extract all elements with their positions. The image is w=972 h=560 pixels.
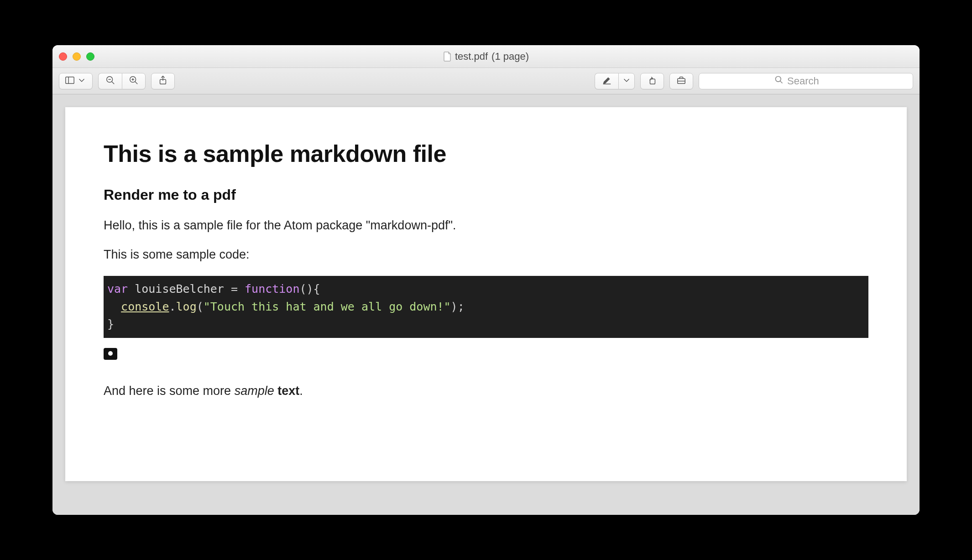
code-token: console xyxy=(121,300,169,313)
code-token xyxy=(107,300,121,313)
share-button[interactable] xyxy=(151,73,175,89)
svg-rect-0 xyxy=(66,77,74,83)
svg-line-3 xyxy=(111,81,114,84)
zoom-out-button[interactable] xyxy=(98,73,122,89)
italic-text: sample xyxy=(235,384,274,398)
code-token: log xyxy=(176,300,197,313)
code-token: ); xyxy=(451,300,465,313)
search-icon xyxy=(774,75,784,87)
zoom-button[interactable] xyxy=(86,52,94,61)
sidebar-toggle-icon xyxy=(65,75,75,87)
doc-heading-2: Render me to a pdf xyxy=(104,187,868,203)
chevron-down-icon xyxy=(77,75,87,87)
markup-toolbox-button[interactable] xyxy=(669,73,693,89)
markup-group xyxy=(595,73,635,89)
pdf-page: This is a sample markdown file Render me… xyxy=(65,107,907,481)
markup-pen-icon xyxy=(602,75,612,87)
code-block: var louiseBelcher = function(){ console.… xyxy=(104,276,868,338)
zoom-out-icon xyxy=(105,75,115,87)
rotate-button[interactable] xyxy=(640,73,664,89)
document-viewport[interactable]: This is a sample markdown file Render me… xyxy=(52,94,920,515)
preview-window: test.pdf (1 page) xyxy=(52,45,920,515)
window-title-filename: test.pdf xyxy=(455,51,488,62)
code-token: louiseBelcher xyxy=(128,282,231,296)
markup-button[interactable] xyxy=(595,73,618,89)
toolbar xyxy=(52,68,920,94)
code-token: . xyxy=(169,300,176,313)
share-icon xyxy=(158,75,168,87)
code-token: function xyxy=(245,282,299,296)
window-title-pagecount: (1 page) xyxy=(491,51,529,62)
close-button[interactable] xyxy=(59,52,67,61)
zoom-group xyxy=(98,73,146,89)
search-input[interactable] xyxy=(787,75,837,87)
doc-heading-1: This is a sample markdown file xyxy=(104,140,868,167)
window-title: test.pdf (1 page) xyxy=(52,51,920,62)
code-token: var xyxy=(107,282,128,296)
code-token: = xyxy=(231,282,245,296)
doc-paragraph-2: This is some sample code: xyxy=(104,246,868,263)
markup-dropdown-button[interactable] xyxy=(618,73,635,89)
code-token: "Touch this hat and we all go down!" xyxy=(204,300,451,313)
svg-line-16 xyxy=(780,81,783,83)
svg-point-15 xyxy=(776,76,781,82)
minimize-button[interactable] xyxy=(73,52,81,61)
text-span: And here is some more xyxy=(104,384,235,398)
zoom-in-button[interactable] xyxy=(122,73,146,89)
view-sidebar-button[interactable] xyxy=(59,73,93,89)
traffic-lights xyxy=(59,52,94,61)
zoom-in-icon xyxy=(129,75,139,87)
svg-line-6 xyxy=(135,81,138,84)
code-token: ( xyxy=(197,300,204,313)
svg-rect-12 xyxy=(650,79,655,84)
search-field[interactable] xyxy=(699,73,913,89)
toolbox-icon xyxy=(676,75,686,87)
rotate-left-icon xyxy=(647,75,657,87)
doc-paragraph-3: And here is some more sample text. xyxy=(104,383,868,399)
document-proxy-icon xyxy=(443,52,451,62)
doc-paragraph-1: Hello, this is a sample file for the Ato… xyxy=(104,217,868,233)
code-token: } xyxy=(107,317,114,331)
bold-text: text xyxy=(277,384,299,398)
text-span: . xyxy=(299,384,303,398)
chevron-down-icon xyxy=(622,75,632,87)
code-token: (){ xyxy=(299,282,320,296)
titlebar: test.pdf (1 page) xyxy=(52,45,920,68)
camera-icon xyxy=(104,348,117,360)
